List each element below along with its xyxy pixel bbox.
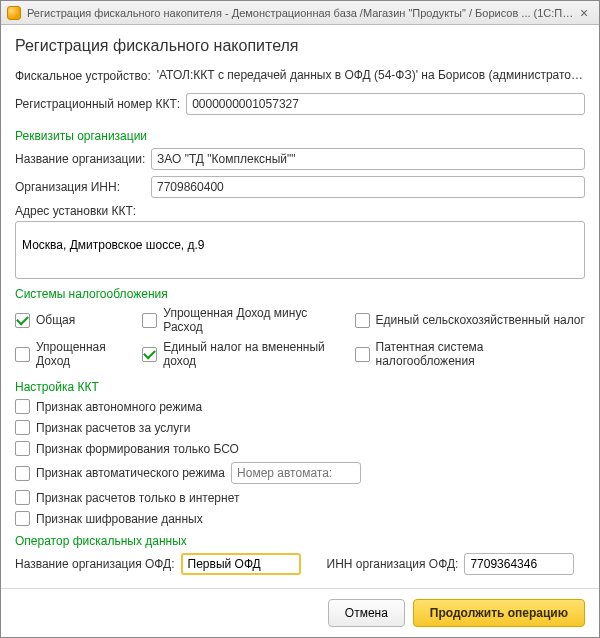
kkt-bso-only[interactable]: Признак формирования только БСО bbox=[15, 441, 585, 456]
page-title: Регистрация фискального накопителя bbox=[15, 37, 585, 55]
ofd-inn-input[interactable] bbox=[464, 553, 574, 575]
checkbox-icon bbox=[15, 490, 30, 505]
tax-agri[interactable]: Единый сельскохозяйственный налог bbox=[355, 306, 585, 334]
org-inn-row: Организация ИНН: bbox=[15, 176, 585, 198]
kkt-auto-mode[interactable]: Признак автоматического режима bbox=[15, 462, 585, 484]
reg-number-input[interactable] bbox=[186, 93, 585, 115]
fiscal-device-row: Фискальное устройство: 'АТОЛ:ККТ с перед… bbox=[15, 65, 585, 87]
footer: Отмена Продолжить операцию bbox=[1, 588, 599, 637]
kkt-internet-only[interactable]: Признак расчетов только в интернет bbox=[15, 490, 585, 505]
tax-usn-minus[interactable]: Упрощенная Доход минус Расход bbox=[142, 306, 348, 334]
section-kkt-title: Настройка ККТ bbox=[15, 380, 585, 394]
checkbox-icon bbox=[15, 420, 30, 435]
checkbox-icon bbox=[142, 313, 157, 328]
ofd-inn-label: ИНН организация ОФД: bbox=[327, 557, 459, 571]
section-org-title: Реквизиты организации bbox=[15, 129, 585, 143]
tax-usn-income[interactable]: Упрощенная Доход bbox=[15, 340, 136, 368]
checkbox-icon bbox=[142, 347, 157, 362]
tax-general[interactable]: Общая bbox=[15, 306, 136, 334]
ofd-name-input[interactable] bbox=[181, 553, 301, 575]
reg-number-label: Регистрационный номер ККТ: bbox=[15, 97, 180, 111]
tax-imputed[interactable]: Единый налог на вмененный доход bbox=[142, 340, 348, 368]
titlebar: Регистрация фискального накопителя - Дем… bbox=[1, 1, 599, 25]
window-title: Регистрация фискального накопителя - Дем… bbox=[27, 7, 575, 19]
kkt-offline[interactable]: Признак автономного режима bbox=[15, 399, 585, 414]
checkbox-icon bbox=[15, 313, 30, 328]
checkbox-icon bbox=[355, 313, 370, 328]
org-addr-label: Адрес установки ККТ: bbox=[15, 204, 585, 218]
reg-number-row: Регистрационный номер ККТ: bbox=[15, 93, 585, 115]
cancel-button[interactable]: Отмена bbox=[328, 599, 405, 627]
checkbox-icon bbox=[15, 441, 30, 456]
app-icon bbox=[7, 6, 21, 20]
continue-button[interactable]: Продолжить операцию bbox=[413, 599, 585, 627]
section-tax-title: Системы налогообложения bbox=[15, 287, 585, 301]
kkt-encrypt[interactable]: Признак шифрование данных bbox=[15, 511, 585, 526]
org-addr-input[interactable] bbox=[15, 221, 585, 279]
fiscal-device-label: Фискальное устройство: bbox=[15, 69, 151, 83]
checkbox-icon bbox=[355, 347, 370, 362]
tax-grid: Общая Упрощенная Доход минус Расход Един… bbox=[15, 306, 585, 368]
checkbox-icon bbox=[15, 347, 30, 362]
window: Регистрация фискального накопителя - Дем… bbox=[0, 0, 600, 638]
fiscal-device-value: 'АТОЛ:ККТ с передачей данных в ОФД (54-Ф… bbox=[157, 65, 585, 87]
kkt-services[interactable]: Признак расчетов за услуги bbox=[15, 420, 585, 435]
checkbox-icon bbox=[15, 466, 30, 481]
checkbox-icon bbox=[15, 511, 30, 526]
org-inn-input[interactable] bbox=[151, 176, 585, 198]
section-ofd-title: Оператор фискальных данных bbox=[15, 534, 585, 548]
org-name-label: Название организации: bbox=[15, 152, 145, 166]
auto-number-input[interactable] bbox=[231, 462, 361, 484]
org-name-row: Название организации: bbox=[15, 148, 585, 170]
ofd-row: Название организация ОФД: ИНН организаци… bbox=[15, 553, 585, 575]
tax-patent[interactable]: Патентная система налогообложения bbox=[355, 340, 585, 368]
org-name-input[interactable] bbox=[151, 148, 585, 170]
close-icon[interactable]: × bbox=[575, 4, 593, 22]
org-inn-label: Организация ИНН: bbox=[15, 180, 145, 194]
content: Регистрация фискального накопителя Фиска… bbox=[1, 25, 599, 588]
checkbox-icon bbox=[15, 399, 30, 414]
ofd-name-label: Название организация ОФД: bbox=[15, 557, 175, 571]
kkt-list: Признак автономного режима Признак расче… bbox=[15, 399, 585, 526]
